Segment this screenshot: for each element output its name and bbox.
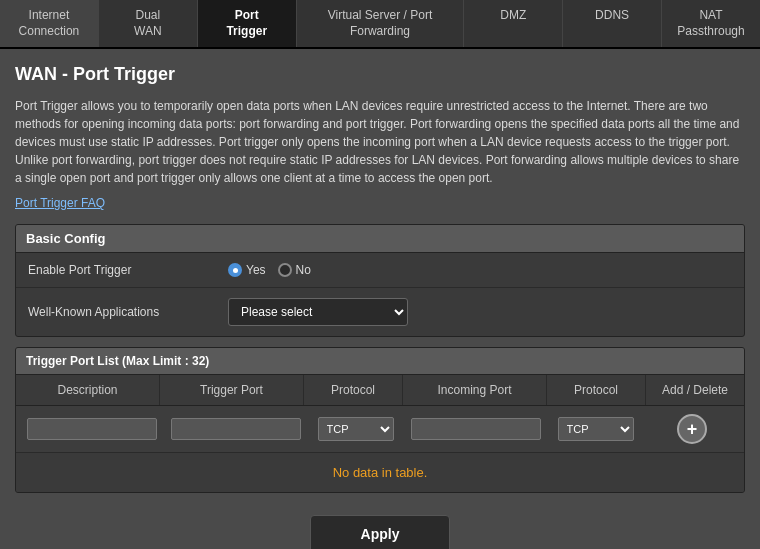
main-content: WAN - Port Trigger Port Trigger allows y… [0, 49, 760, 549]
incoming-port-input-cell [404, 418, 548, 440]
trigger-port-list-header: Trigger Port List (Max Limit : 32) [16, 348, 744, 375]
nav-internet-connection[interactable]: Internet Connection [0, 0, 99, 47]
radio-no-option[interactable]: No [278, 263, 311, 277]
incoming-port-input[interactable] [411, 418, 541, 440]
protocol1-select-cell: TCP UDP Both [308, 417, 404, 441]
well-known-applications-value: Please select AOL Battle.net BitTorrent … [228, 298, 732, 326]
nav-nat-passthrough[interactable]: NAT Passthrough [662, 0, 760, 47]
apply-section: Apply [15, 503, 745, 549]
apply-button[interactable]: Apply [310, 515, 451, 549]
radio-no-label: No [296, 263, 311, 277]
radio-yes-label: Yes [246, 263, 266, 277]
description-input-cell [20, 418, 164, 440]
col-header-add-delete: Add / Delete [646, 375, 744, 405]
basic-config-header: Basic Config [16, 225, 744, 253]
enable-port-trigger-value: Yes No [228, 263, 732, 277]
col-header-protocol1: Protocol [304, 375, 403, 405]
col-header-description: Description [16, 375, 160, 405]
well-known-applications-row: Well-Known Applications Please select AO… [16, 288, 744, 336]
radio-yes-circle [228, 263, 242, 277]
basic-config-section: Basic Config Enable Port Trigger Yes [15, 224, 745, 337]
no-data-message: No data in table. [16, 453, 744, 492]
enable-radio-group: Yes No [228, 263, 311, 277]
nav-ddns[interactable]: DDNS [563, 0, 662, 47]
description-input[interactable] [27, 418, 157, 440]
radio-yes-option[interactable]: Yes [228, 263, 266, 277]
protocol2-select[interactable]: TCP UDP Both [558, 417, 635, 441]
trigger-port-list-section: Trigger Port List (Max Limit : 32) Descr… [15, 347, 745, 493]
col-header-trigger-port: Trigger Port [160, 375, 304, 405]
protocol1-select[interactable]: TCP UDP Both [318, 417, 395, 441]
well-known-applications-label: Well-Known Applications [28, 305, 228, 319]
radio-no-circle [278, 263, 292, 277]
table-input-row: TCP UDP Both TCP UDP Both + [16, 406, 744, 453]
nav-port-trigger[interactable]: Port Trigger [198, 0, 297, 47]
nav-virtual-server[interactable]: Virtual Server / Port Forwarding [297, 0, 465, 47]
enable-port-trigger-label: Enable Port Trigger [28, 263, 228, 277]
faq-link[interactable]: Port Trigger FAQ [15, 196, 105, 210]
description-text: Port Trigger allows you to temporarily o… [15, 97, 745, 187]
protocol2-select-cell: TCP UDP Both [548, 417, 644, 441]
page-title: WAN - Port Trigger [15, 64, 745, 85]
add-row-button[interactable]: + [677, 414, 707, 444]
nav-dmz[interactable]: DMZ [464, 0, 563, 47]
basic-config-body: Enable Port Trigger Yes No [16, 253, 744, 336]
col-header-protocol2: Protocol [547, 375, 646, 405]
well-known-applications-select[interactable]: Please select AOL Battle.net BitTorrent … [228, 298, 408, 326]
trigger-port-input-cell [164, 418, 308, 440]
top-navigation: Internet Connection Dual WAN Port Trigge… [0, 0, 760, 49]
table-column-headers: Description Trigger Port Protocol Incomi… [16, 375, 744, 406]
enable-port-trigger-row: Enable Port Trigger Yes No [16, 253, 744, 288]
col-header-incoming-port: Incoming Port [403, 375, 547, 405]
trigger-port-input[interactable] [171, 418, 301, 440]
add-button-cell: + [644, 414, 740, 444]
nav-dual-wan[interactable]: Dual WAN [99, 0, 198, 47]
